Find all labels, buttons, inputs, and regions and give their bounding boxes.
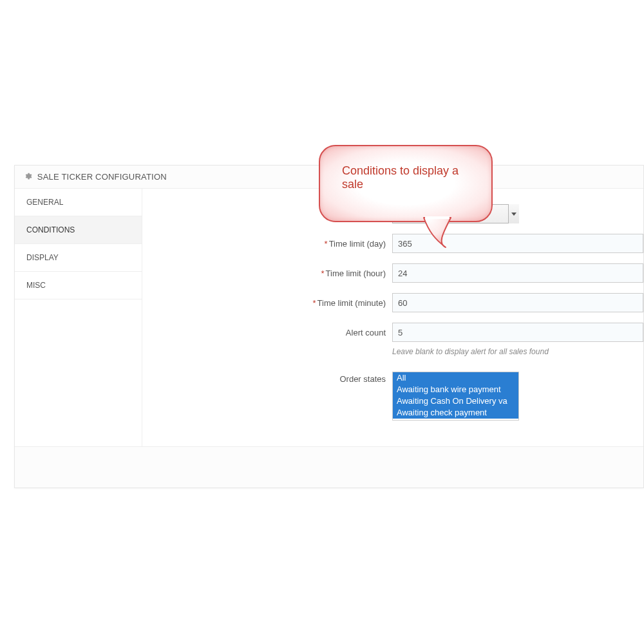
panel-footer bbox=[15, 446, 643, 488]
order-state-option[interactable]: All bbox=[393, 372, 518, 384]
annotation-text: Conditions to display a sale bbox=[342, 164, 459, 191]
tab-display[interactable]: DISPLAY bbox=[15, 244, 142, 272]
time-hour-input[interactable] bbox=[392, 263, 643, 283]
order-states-multiselect[interactable]: All Awaiting bank wire payment Awaiting … bbox=[392, 372, 519, 421]
order-state-option[interactable]: Awaiting Cash On Delivery va bbox=[393, 395, 518, 407]
order-state-option[interactable]: Awaiting check payment bbox=[393, 407, 518, 419]
annotation-callout-tail bbox=[422, 218, 452, 250]
row-time-hour: *Time limit (hour) bbox=[142, 263, 643, 283]
time-minute-input[interactable] bbox=[392, 293, 643, 312]
label-time-day: *Time limit (day) bbox=[142, 239, 392, 249]
alert-count-hint: Leave blank to display alert for all sal… bbox=[392, 347, 643, 356]
row-order-states: Order states All Awaiting bank wire paym… bbox=[142, 372, 643, 421]
label-order-states: Order states bbox=[142, 372, 392, 384]
row-alert-count: Alert count bbox=[142, 323, 643, 342]
row-alert-count-hint: Leave blank to display alert for all sal… bbox=[142, 345, 643, 356]
label-alert-count: Alert count bbox=[142, 328, 392, 337]
panel-title: SALE TICKER CONFIGURATION bbox=[37, 172, 167, 182]
row-time-minute: *Time limit (minute) bbox=[142, 293, 643, 312]
form-area: Alert *Time limit (day) *Time limit (hou… bbox=[142, 189, 643, 446]
tab-misc[interactable]: MISC bbox=[15, 272, 142, 299]
label-time-minute: *Time limit (minute) bbox=[142, 298, 392, 308]
tab-conditions[interactable]: CONDITIONS bbox=[15, 216, 142, 244]
panel-body: GENERAL CONDITIONS DISPLAY MISC Alert *T… bbox=[15, 189, 643, 446]
tab-general[interactable]: GENERAL bbox=[15, 189, 142, 216]
gear-icon bbox=[24, 172, 32, 180]
settings-tabs: GENERAL CONDITIONS DISPLAY MISC bbox=[15, 189, 142, 446]
row-time-day: *Time limit (day) bbox=[142, 234, 643, 253]
order-state-option[interactable]: Awaiting bank wire payment bbox=[393, 384, 518, 395]
alert-count-input[interactable] bbox=[392, 323, 643, 342]
label-time-hour: *Time limit (hour) bbox=[142, 269, 392, 278]
annotation-callout: Conditions to display a sale bbox=[319, 145, 493, 222]
